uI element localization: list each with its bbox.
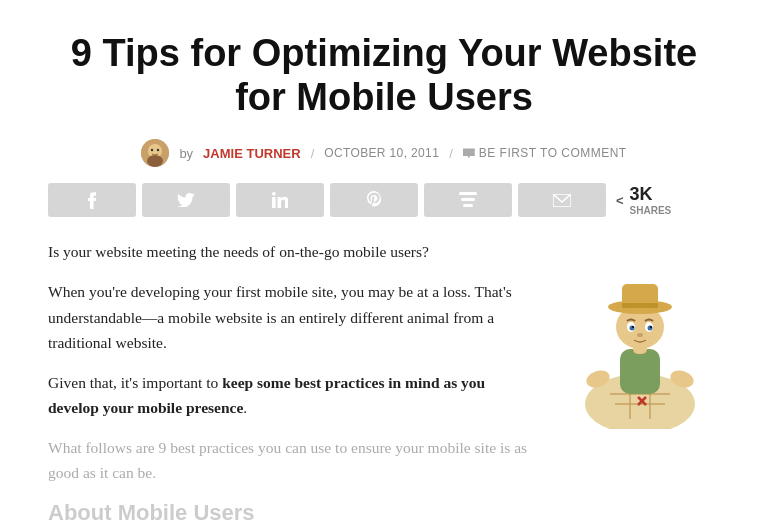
svg-point-29 — [650, 326, 652, 328]
share-count-area: < 3K SHARES — [616, 184, 671, 216]
share-row: < 3K SHARES — [48, 183, 720, 217]
section-heading: About Mobile Users — [48, 500, 536, 526]
buffer-share-button[interactable] — [424, 183, 512, 217]
article-page: 9 Tips for Optimizing Your Website for M… — [0, 0, 768, 527]
comment-icon — [463, 148, 475, 158]
paragraph-4-faded: What follows are 9 best practices you ca… — [48, 435, 536, 486]
svg-point-3 — [151, 149, 153, 151]
illustration-area — [560, 249, 720, 433]
meta-sep-1: / — [311, 146, 315, 161]
article-title: 9 Tips for Optimizing Your Website for M… — [48, 32, 720, 119]
svg-rect-18 — [620, 349, 660, 394]
author-avatar — [141, 139, 169, 167]
svg-point-4 — [157, 149, 159, 151]
svg-point-27 — [648, 326, 653, 331]
content-area: Is your website meeting the needs of on-… — [48, 239, 720, 526]
meta-sep-2: / — [449, 146, 453, 161]
author-name[interactable]: JAMIE TURNER — [203, 146, 301, 161]
comment-link[interactable]: BE FIRST TO COMMENT — [463, 146, 627, 160]
p3-after: . — [243, 399, 247, 416]
facebook-share-button[interactable] — [48, 183, 136, 217]
paragraph-3: Given that, it's important to keep some … — [48, 370, 536, 421]
svg-rect-6 — [461, 198, 475, 201]
p3-before: Given that, it's important to — [48, 374, 222, 391]
paragraph-2: When you're developing your first mobile… — [48, 279, 536, 356]
svg-rect-7 — [463, 204, 473, 207]
linkedin-share-button[interactable] — [236, 183, 324, 217]
comment-label: BE FIRST TO COMMENT — [479, 146, 627, 160]
share-count-number: 3K — [630, 184, 672, 205]
meta-row: by JAMIE TURNER / OCTOBER 10, 2011 / BE … — [48, 139, 720, 167]
email-share-button[interactable] — [518, 183, 606, 217]
svg-rect-5 — [459, 192, 477, 195]
svg-point-26 — [630, 326, 635, 331]
pinterest-share-button[interactable] — [330, 183, 418, 217]
svg-point-30 — [637, 333, 643, 337]
share-lt: < — [616, 193, 624, 208]
share-count-label: SHARES — [630, 205, 672, 216]
svg-rect-23 — [622, 303, 658, 308]
article-body: Is your website meeting the needs of on-… — [48, 239, 536, 526]
paragraph-1: Is your website meeting the needs of on-… — [48, 239, 536, 265]
svg-point-28 — [632, 326, 634, 328]
by-label: by — [179, 146, 193, 161]
svg-point-2 — [147, 155, 163, 167]
twitter-share-button[interactable] — [142, 183, 230, 217]
publish-date: OCTOBER 10, 2011 — [324, 146, 439, 160]
